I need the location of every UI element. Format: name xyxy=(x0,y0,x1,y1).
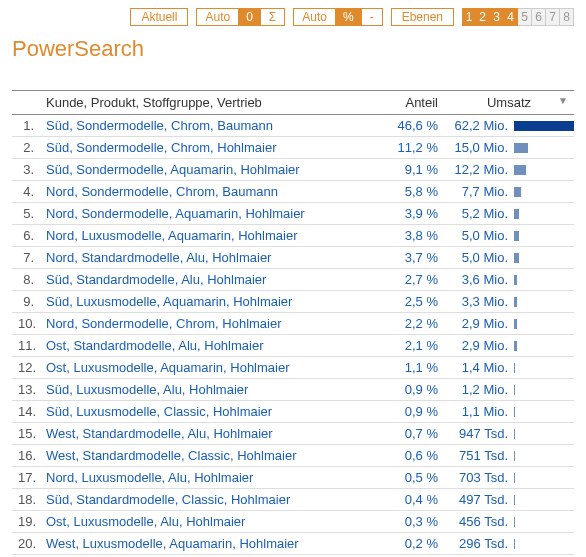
level-3[interactable]: 3 xyxy=(490,8,504,26)
table-row[interactable]: 18.Süd, Standardmodelle, Classic, Hohlma… xyxy=(12,489,574,511)
table-row[interactable]: 10.Nord, Sondermodelle, Chrom, Hohlmaier… xyxy=(12,313,574,335)
desc-cell[interactable]: Süd, Standardmodelle, Alu, Hohlmaier xyxy=(40,269,382,291)
anteil-cell[interactable]: 0,4 % xyxy=(382,489,444,511)
table-row[interactable]: 7.Nord, Standardmodelle, Alu, Hohlmaier3… xyxy=(12,247,574,269)
desc-cell[interactable]: Nord, Standardmodelle, Alu, Hohlmaier xyxy=(40,247,382,269)
umsatz-cell[interactable]: 456 Tsd. xyxy=(444,511,574,533)
desc-cell[interactable]: Nord, Luxusmodelle, Aquamarin, Hohlmaier xyxy=(40,225,382,247)
table-row[interactable]: 6.Nord, Luxusmodelle, Aquamarin, Hohlmai… xyxy=(12,225,574,247)
desc-cell[interactable]: Ost, Standardmodelle, Alu, Hohlmaier xyxy=(40,335,382,357)
desc-cell[interactable]: West, Standardmodelle, Alu, Hohlmaier xyxy=(40,423,382,445)
auto2-button[interactable]: Auto xyxy=(293,8,336,26)
anteil-cell[interactable]: 2,2 % xyxy=(382,313,444,335)
anteil-cell[interactable]: 0,6 % xyxy=(382,445,444,467)
umsatz-cell[interactable]: 5,2 Mio. xyxy=(444,203,574,225)
desc-cell[interactable]: Süd, Sondermodelle, Chrom, Baumann xyxy=(40,115,382,137)
anteil-cell[interactable]: 3,9 % xyxy=(382,203,444,225)
level-5[interactable]: 5 xyxy=(518,8,532,26)
ebenen-button[interactable]: Ebenen xyxy=(391,8,454,26)
umsatz-cell[interactable]: 1,2 Mio. xyxy=(444,379,574,401)
anteil-cell[interactable]: 0,9 % xyxy=(382,401,444,423)
anteil-cell[interactable]: 0,5 % xyxy=(382,467,444,489)
auto1-button[interactable]: Auto xyxy=(196,8,239,26)
umsatz-cell[interactable]: 296 Tsd. xyxy=(444,533,574,555)
table-row[interactable]: 17.Nord, Luxusmodelle, Alu, Hohlmaier0,5… xyxy=(12,467,574,489)
table-row[interactable]: 13.Süd, Luxusmodelle, Alu, Hohlmaier0,9 … xyxy=(12,379,574,401)
desc-cell[interactable]: Süd, Luxusmodelle, Classic, Hohlmaier xyxy=(40,401,382,423)
desc-cell[interactable]: Süd, Standardmodelle, Classic, Hohlmaier xyxy=(40,489,382,511)
anteil-cell[interactable]: 2,5 % xyxy=(382,291,444,313)
desc-cell[interactable]: Ost, Luxusmodelle, Aquamarin, Hohlmaier xyxy=(40,357,382,379)
umsatz-cell[interactable]: 497 Tsd. xyxy=(444,489,574,511)
sigma-button[interactable]: Σ xyxy=(260,8,285,26)
table-row[interactable]: 20.West, Luxusmodelle, Aquamarin, Hohlma… xyxy=(12,533,574,555)
level-6[interactable]: 6 xyxy=(532,8,546,26)
umsatz-cell[interactable]: 15,0 Mio. xyxy=(444,137,574,159)
table-row[interactable]: 11.Ost, Standardmodelle, Alu, Hohlmaier2… xyxy=(12,335,574,357)
level-7[interactable]: 7 xyxy=(546,8,560,26)
desc-cell[interactable]: Süd, Luxusmodelle, Alu, Hohlmaier xyxy=(40,379,382,401)
umsatz-cell[interactable]: 2,9 Mio. xyxy=(444,335,574,357)
anteil-cell[interactable]: 11,2 % xyxy=(382,137,444,159)
desc-cell[interactable]: Süd, Sondermodelle, Chrom, Hohlmaier xyxy=(40,137,382,159)
col-umsatz[interactable]: Umsatz ▼ xyxy=(444,91,574,115)
umsatz-cell[interactable]: 1,4 Mio. xyxy=(444,357,574,379)
table-row[interactable]: 4.Nord, Sondermodelle, Chrom, Baumann5,8… xyxy=(12,181,574,203)
anteil-cell[interactable]: 5,8 % xyxy=(382,181,444,203)
col-desc[interactable]: Kunde, Produkt, Stoffgruppe, Vertrieb xyxy=(40,91,382,115)
col-rank[interactable] xyxy=(12,91,40,115)
table-row[interactable]: 14.Süd, Luxusmodelle, Classic, Hohlmaier… xyxy=(12,401,574,423)
table-row[interactable]: 16.West, Standardmodelle, Classic, Hohlm… xyxy=(12,445,574,467)
desc-cell[interactable]: Nord, Luxusmodelle, Alu, Hohlmaier xyxy=(40,467,382,489)
table-row[interactable]: 15.West, Standardmodelle, Alu, Hohlmaier… xyxy=(12,423,574,445)
anteil-cell[interactable]: 9,1 % xyxy=(382,159,444,181)
table-row[interactable]: 19.Ost, Luxusmodelle, Alu, Hohlmaier0,3 … xyxy=(12,511,574,533)
percent-button[interactable]: % xyxy=(336,8,361,26)
umsatz-cell[interactable]: 2,9 Mio. xyxy=(444,313,574,335)
umsatz-cell[interactable]: 12,2 Mio. xyxy=(444,159,574,181)
desc-cell[interactable]: West, Luxusmodelle, Aquamarin, Hohlmaier xyxy=(40,533,382,555)
anteil-cell[interactable]: 46,6 % xyxy=(382,115,444,137)
table-row[interactable]: 1.Süd, Sondermodelle, Chrom, Baumann46,6… xyxy=(12,115,574,137)
umsatz-cell[interactable]: 703 Tsd. xyxy=(444,467,574,489)
anteil-cell[interactable]: 2,7 % xyxy=(382,269,444,291)
table-row[interactable]: 12.Ost, Luxusmodelle, Aquamarin, Hohlmai… xyxy=(12,357,574,379)
desc-cell[interactable]: Süd, Luxusmodelle, Aquamarin, Hohlmaier xyxy=(40,291,382,313)
desc-cell[interactable]: Nord, Sondermodelle, Chrom, Hohlmaier xyxy=(40,313,382,335)
umsatz-cell[interactable]: 5,0 Mio. xyxy=(444,225,574,247)
anteil-cell[interactable]: 0,2 % xyxy=(382,533,444,555)
table-row[interactable]: 9.Süd, Luxusmodelle, Aquamarin, Hohlmaie… xyxy=(12,291,574,313)
anteil-cell[interactable]: 0,9 % xyxy=(382,379,444,401)
table-row[interactable]: 3.Süd, Sondermodelle, Aquamarin, Hohlmai… xyxy=(12,159,574,181)
desc-cell[interactable]: Nord, Sondermodelle, Chrom, Baumann xyxy=(40,181,382,203)
umsatz-cell[interactable]: 3,3 Mio. xyxy=(444,291,574,313)
level-1[interactable]: 1 xyxy=(462,8,476,26)
level-4[interactable]: 4 xyxy=(504,8,518,26)
table-row[interactable]: 5.Nord, Sondermodelle, Aquamarin, Hohlma… xyxy=(12,203,574,225)
anteil-cell[interactable]: 1,1 % xyxy=(382,357,444,379)
level-2[interactable]: 2 xyxy=(476,8,490,26)
zero-button[interactable]: 0 xyxy=(239,8,260,26)
anteil-cell[interactable]: 3,8 % xyxy=(382,225,444,247)
desc-cell[interactable]: West, Standardmodelle, Classic, Hohlmaie… xyxy=(40,445,382,467)
umsatz-cell[interactable]: 7,7 Mio. xyxy=(444,181,574,203)
minus-button[interactable]: - xyxy=(361,8,383,26)
anteil-cell[interactable]: 2,1 % xyxy=(382,335,444,357)
level-8[interactable]: 8 xyxy=(560,8,574,26)
table-row[interactable]: 2.Süd, Sondermodelle, Chrom, Hohlmaier11… xyxy=(12,137,574,159)
desc-cell[interactable]: Ost, Luxusmodelle, Alu, Hohlmaier xyxy=(40,511,382,533)
col-anteil[interactable]: Anteil xyxy=(382,91,444,115)
aktuell-button[interactable]: Aktuell xyxy=(130,8,188,26)
desc-cell[interactable]: Nord, Sondermodelle, Aquamarin, Hohlmaie… xyxy=(40,203,382,225)
desc-cell[interactable]: Süd, Sondermodelle, Aquamarin, Hohlmaier xyxy=(40,159,382,181)
anteil-cell[interactable]: 3,7 % xyxy=(382,247,444,269)
anteil-cell[interactable]: 0,3 % xyxy=(382,511,444,533)
umsatz-cell[interactable]: 5,0 Mio. xyxy=(444,247,574,269)
umsatz-cell[interactable]: 62,2 Mio. xyxy=(444,115,574,137)
umsatz-cell[interactable]: 947 Tsd. xyxy=(444,423,574,445)
umsatz-cell[interactable]: 1,1 Mio. xyxy=(444,401,574,423)
umsatz-cell[interactable]: 751 Tsd. xyxy=(444,445,574,467)
umsatz-cell[interactable]: 3,6 Mio. xyxy=(444,269,574,291)
anteil-cell[interactable]: 0,7 % xyxy=(382,423,444,445)
table-row[interactable]: 8.Süd, Standardmodelle, Alu, Hohlmaier2,… xyxy=(12,269,574,291)
